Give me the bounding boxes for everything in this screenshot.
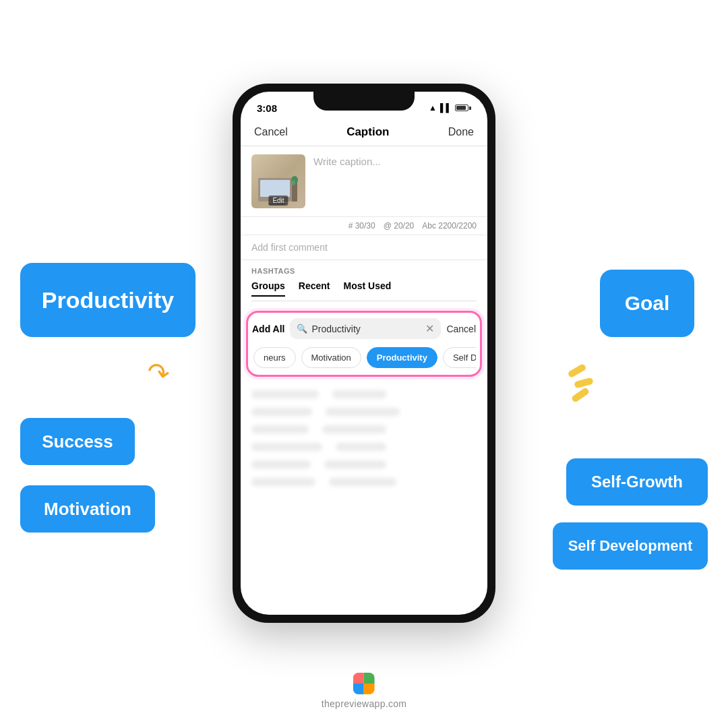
search-clear-icon[interactable]: ✕ — [425, 322, 434, 335]
search-input-box[interactable]: 🔍 Productivity ✕ — [290, 318, 441, 339]
search-icon: 🔍 — [297, 324, 307, 334]
phone-screen: 3:08 ▲ ▌▌ Cancel C — [241, 92, 487, 615]
badge-goal[interactable]: Goal — [600, 270, 694, 337]
thumbnail-edit-label[interactable]: Edit — [268, 195, 288, 206]
status-icons: ▲ ▌▌ — [429, 103, 471, 113]
tab-recent[interactable]: Recent — [299, 280, 330, 297]
battery-icon — [455, 104, 471, 111]
hashtags-section: HASHTAGS Groups Recent Most Used — [241, 260, 487, 305]
badge-self-development[interactable]: Self Development — [553, 522, 708, 570]
tab-most-used[interactable]: Most Used — [343, 280, 391, 297]
comment-input[interactable]: Add first comment — [241, 235, 487, 260]
arrow-icon: ↷ — [144, 355, 172, 390]
phone-mockup: 3:08 ▲ ▌▌ Cancel C — [233, 84, 495, 623]
phone-outer: 3:08 ▲ ▌▌ Cancel C — [233, 84, 495, 623]
tag-chips-row: neurs Motivation Productivity Self Devel… — [252, 346, 476, 369]
hashtag-tabs: Groups Recent Most Used — [251, 280, 477, 301]
hashtag-count: # 30/30 — [348, 221, 375, 231]
add-all-button[interactable]: Add All — [252, 324, 284, 334]
caption-area: Edit Write caption... — [241, 146, 487, 217]
mention-count: @ 20/20 — [384, 221, 415, 231]
blurred-hashtag-list — [241, 382, 487, 504]
nav-title: Caption — [346, 125, 389, 139]
hashtags-label: HASHTAGS — [251, 267, 477, 275]
wifi-icon: ▲ — [429, 103, 437, 113]
app-logo — [353, 673, 375, 694]
nav-bar: Cancel Caption Done — [241, 121, 487, 146]
tag-chip-motivation[interactable]: Motivation — [301, 347, 361, 368]
scene: Productivity Success Motivation ↷ Goal S… — [0, 0, 728, 728]
char-count: Abc 2200/2200 — [422, 221, 477, 231]
sparkle-decoration — [568, 367, 593, 398]
search-value: Productivity — [311, 324, 421, 334]
tag-chip-productivity[interactable]: Productivity — [367, 347, 437, 368]
tag-chip-neurs[interactable]: neurs — [253, 347, 296, 368]
post-thumbnail[interactable]: Edit — [251, 154, 305, 208]
signal-icon: ▌▌ — [440, 103, 452, 113]
phone-notch — [313, 92, 415, 111]
svg-rect-1 — [260, 180, 290, 197]
search-cancel-button[interactable]: Cancel — [446, 324, 476, 334]
badge-motivation-left[interactable]: Motivation — [20, 485, 155, 533]
badge-productivity-left[interactable]: Productivity — [20, 263, 195, 337]
status-time: 3:08 — [257, 102, 277, 114]
nav-cancel-button[interactable]: Cancel — [254, 126, 288, 138]
search-top-row: Add All 🔍 Productivity ✕ Cancel — [252, 318, 476, 339]
badge-self-growth[interactable]: Self-Growth — [566, 458, 708, 506]
app-footer: thepreviewapp.com — [322, 673, 407, 709]
badge-success[interactable]: Success — [20, 418, 135, 465]
app-domain: thepreviewapp.com — [322, 698, 407, 709]
tag-chip-self-development[interactable]: Self Development — [443, 347, 476, 368]
svg-point-6 — [291, 180, 295, 185]
caption-placeholder[interactable]: Write caption... — [313, 154, 477, 208]
search-row-wrapper: Add All 🔍 Productivity ✕ Cancel neurs Mo… — [246, 311, 482, 377]
nav-done-button[interactable]: Done — [448, 126, 474, 138]
tab-groups[interactable]: Groups — [251, 280, 285, 297]
stats-row: # 30/30 @ 20/20 Abc 2200/2200 — [241, 217, 487, 235]
